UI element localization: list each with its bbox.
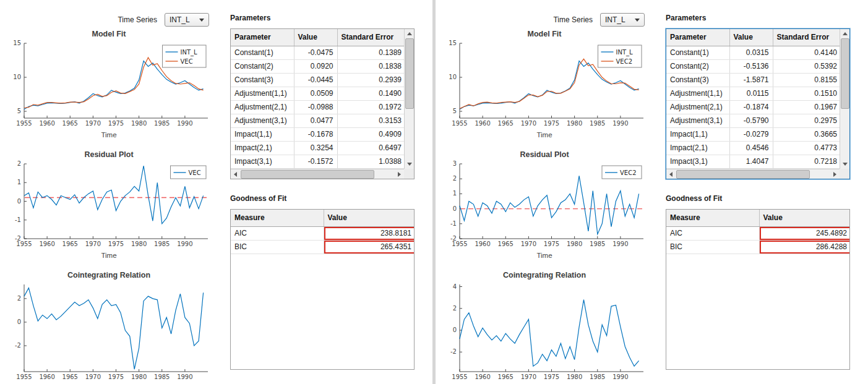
column-header[interactable]: Measure [666, 210, 759, 227]
table-cell[interactable]: -0.0279 [729, 128, 773, 142]
table-cell[interactable]: 245.4892 [759, 227, 849, 241]
scroll-right-icon[interactable] [395, 169, 404, 179]
table-cell[interactable]: Adjustment(1,1) [666, 87, 729, 101]
table-cell[interactable]: AIC [231, 227, 324, 241]
goodness-of-fit-table[interactable]: MeasureValueAIC238.8181BIC265.4351 [230, 209, 415, 370]
table-cell[interactable]: -0.5790 [729, 114, 773, 128]
table-cell[interactable]: Impact(1,1) [231, 128, 294, 142]
table-cell[interactable]: 0.0477 [294, 114, 337, 128]
column-header[interactable]: Value [759, 210, 849, 227]
table-cell[interactable]: 0.1967 [773, 101, 840, 114]
table-cell[interactable]: Adjustment(2,1) [666, 101, 729, 114]
table-row[interactable]: Constant(2)0.09200.1838 [231, 60, 404, 74]
table-row[interactable]: Constant(1)0.03150.4140 [666, 46, 840, 60]
table-row[interactable]: Adjustment(1,1)0.01150.1510 [666, 87, 840, 101]
horizontal-scrollbar-thumb[interactable] [676, 170, 810, 179]
table-cell[interactable]: Impact(1,1) [666, 128, 729, 142]
table-cell[interactable]: -0.1678 [294, 128, 337, 142]
column-header[interactable]: Value [294, 29, 337, 46]
table-row[interactable]: AIC238.8181 [231, 227, 414, 241]
table-cell[interactable]: Adjustment(1,1) [231, 87, 294, 101]
scroll-up-icon[interactable] [840, 29, 849, 38]
scroll-down-icon[interactable] [405, 160, 414, 169]
table-cell[interactable]: 0.1490 [337, 87, 404, 101]
horizontal-scrollbar-thumb[interactable] [241, 170, 374, 179]
column-header[interactable]: Value [729, 29, 773, 46]
table-row[interactable]: Impact(2,1)0.32540.6497 [231, 142, 404, 155]
parameters-table[interactable]: ParameterValueStandard ErrorConstant(1)0… [666, 28, 850, 179]
table-row[interactable]: Adjustment(3,1)0.04770.3153 [231, 114, 404, 128]
goodness-of-fit-table[interactable]: MeasureValueAIC245.4892BIC286.4288 [666, 209, 850, 370]
table-cell[interactable]: 0.8155 [773, 74, 840, 87]
table-row[interactable]: Constant(3)-1.58710.8155 [666, 74, 840, 87]
table-row[interactable]: Adjustment(3,1)-0.57900.2975 [666, 114, 840, 128]
table-cell[interactable]: -1.5871 [729, 74, 773, 87]
vertical-scrollbar-thumb[interactable] [841, 38, 849, 109]
table-cell[interactable]: AIC [666, 227, 759, 241]
table-cell[interactable]: Constant(3) [666, 74, 729, 87]
table-cell[interactable]: Constant(1) [231, 46, 294, 60]
table-cell[interactable]: 0.0315 [729, 46, 773, 60]
table-cell[interactable]: Adjustment(2,1) [231, 101, 294, 114]
table-cell[interactable]: Constant(2) [666, 60, 729, 74]
table-cell[interactable]: 0.6497 [337, 142, 404, 155]
scroll-down-icon[interactable] [840, 160, 849, 169]
table-cell[interactable]: 0.4546 [729, 142, 773, 155]
scroll-right-icon[interactable] [830, 169, 840, 179]
vertical-scrollbar[interactable] [840, 29, 849, 169]
table-cell[interactable]: 0.4909 [337, 128, 404, 142]
table-cell[interactable]: 0.2939 [337, 74, 404, 87]
table-cell[interactable]: BIC [231, 241, 324, 254]
table-row[interactable]: Impact(1,1)-0.16780.4909 [231, 128, 404, 142]
table-cell[interactable]: -0.1874 [729, 101, 773, 114]
table-cell[interactable]: 0.4140 [773, 46, 840, 60]
table-cell[interactable]: 0.1838 [337, 60, 404, 74]
table-cell[interactable]: 0.0115 [729, 87, 773, 101]
table-cell[interactable]: 1.4047 [729, 155, 773, 169]
vertical-scrollbar[interactable] [404, 29, 414, 169]
table-cell[interactable]: Adjustment(3,1) [666, 114, 729, 128]
time-series-dropdown[interactable]: INT_L [600, 13, 645, 27]
table-cell[interactable]: Constant(2) [231, 60, 294, 74]
table-row[interactable]: Impact(1,1)-0.02790.3665 [666, 128, 840, 142]
horizontal-scrollbar[interactable] [666, 169, 840, 179]
table-row[interactable]: Constant(2)-0.51360.5392 [666, 60, 840, 74]
table-cell[interactable]: 0.2975 [773, 114, 840, 128]
table-row[interactable]: BIC286.4288 [666, 241, 849, 254]
vertical-scrollbar-thumb[interactable] [405, 38, 414, 109]
table-row[interactable]: Adjustment(2,1)-0.18740.1967 [666, 101, 840, 114]
table-row[interactable]: Impact(3,1)-0.15721.0388 [231, 155, 404, 169]
table-row[interactable]: Constant(3)-0.04450.2939 [231, 74, 404, 87]
table-cell[interactable]: 0.1510 [773, 87, 840, 101]
scroll-left-icon[interactable] [231, 169, 240, 179]
table-row[interactable]: BIC265.4351 [231, 241, 414, 254]
column-header[interactable]: Standard Error [773, 29, 840, 46]
column-header[interactable]: Parameter [666, 29, 729, 46]
table-cell[interactable]: Impact(3,1) [231, 155, 294, 169]
time-series-dropdown[interactable]: INT_L [165, 13, 209, 27]
table-cell[interactable]: 0.0920 [294, 60, 337, 74]
table-row[interactable]: Constant(1)-0.04750.1389 [231, 46, 404, 60]
table-cell[interactable]: Constant(3) [231, 74, 294, 87]
scroll-left-icon[interactable] [666, 169, 676, 179]
table-cell[interactable]: 0.3153 [337, 114, 404, 128]
table-cell[interactable]: 238.8181 [324, 227, 414, 241]
table-cell[interactable]: Impact(2,1) [231, 142, 294, 155]
table-cell[interactable]: 0.3665 [773, 128, 840, 142]
column-header[interactable]: Measure [231, 210, 324, 227]
column-header[interactable]: Value [324, 210, 414, 227]
table-cell[interactable]: BIC [666, 241, 759, 254]
table-cell[interactable]: -0.0988 [294, 101, 337, 114]
column-header[interactable]: Standard Error [337, 29, 404, 46]
table-row[interactable]: Adjustment(2,1)-0.09880.1972 [231, 101, 404, 114]
table-cell[interactable]: 0.1389 [337, 46, 404, 60]
scroll-up-icon[interactable] [405, 29, 414, 38]
parameters-table[interactable]: ParameterValueStandard ErrorConstant(1)-… [230, 28, 415, 179]
table-cell[interactable]: -0.0475 [294, 46, 337, 60]
table-cell[interactable]: 286.4288 [759, 241, 849, 254]
table-cell[interactable]: -0.5136 [729, 60, 773, 74]
table-cell[interactable]: Impact(2,1) [666, 142, 729, 155]
table-row[interactable]: AIC245.4892 [666, 227, 849, 241]
column-header[interactable]: Parameter [231, 29, 294, 46]
table-cell[interactable]: 0.3254 [294, 142, 337, 155]
